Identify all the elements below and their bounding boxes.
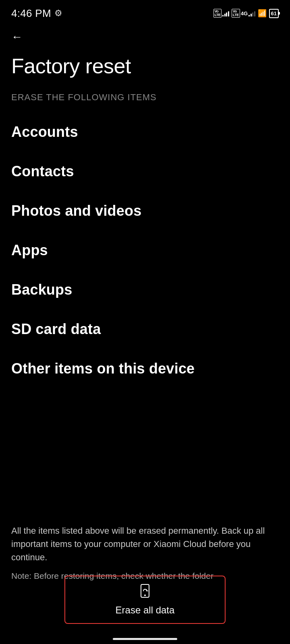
signal-group-1: VoLTE (213, 9, 229, 18)
erase-all-data-button[interactable]: Erase all data (64, 576, 226, 624)
page-title: Factory reset (0, 47, 290, 92)
back-button[interactable]: ← (11, 31, 23, 43)
status-icons-area: VoLTE VoLTE 4G 📶 61 (213, 9, 279, 18)
4g-label: 4G (241, 10, 248, 17)
status-time-area: 4:46 PM ⚙ (11, 7, 62, 20)
erase-item-accounts: Accounts (11, 112, 279, 152)
signal-group-2: VoLTE 4G (232, 9, 255, 18)
erase-item-contacts: Contacts (11, 152, 279, 191)
erase-button-label: Erase all data (116, 605, 175, 616)
volte-badge-1: VoLTE (213, 9, 222, 18)
erase-item-photos-videos: Photos and videos (11, 191, 279, 231)
disclaimer-text: All the items listed above will be erase… (11, 524, 279, 564)
section-header: ERASE THE FOLLOWING ITEMS (0, 92, 290, 112)
svg-point-1 (144, 594, 146, 596)
home-indicator (113, 638, 177, 640)
erase-item-backups: Backups (11, 270, 279, 310)
erase-items-list: Accounts Contacts Photos and videos Apps… (0, 112, 290, 388)
erase-button-icon (138, 584, 152, 601)
signal-bars-2 (249, 10, 255, 17)
volte-badge-2: VoLTE (232, 9, 240, 18)
navigation-bar: ← (0, 24, 290, 47)
wifi-icon: 📶 (258, 9, 267, 18)
signal-bars-1 (222, 10, 229, 17)
erase-item-sd-card: SD card data (11, 310, 279, 349)
erase-item-other: Other items on this device (11, 349, 279, 388)
battery-level: 61 (271, 10, 277, 17)
erase-item-apps: Apps (11, 231, 279, 270)
battery-indicator: 61 (269, 9, 279, 18)
status-bar: 4:46 PM ⚙ VoLTE VoLTE 4G 📶 61 (0, 0, 290, 24)
gear-icon: ⚙ (54, 8, 62, 19)
time-display: 4:46 PM (11, 7, 51, 20)
